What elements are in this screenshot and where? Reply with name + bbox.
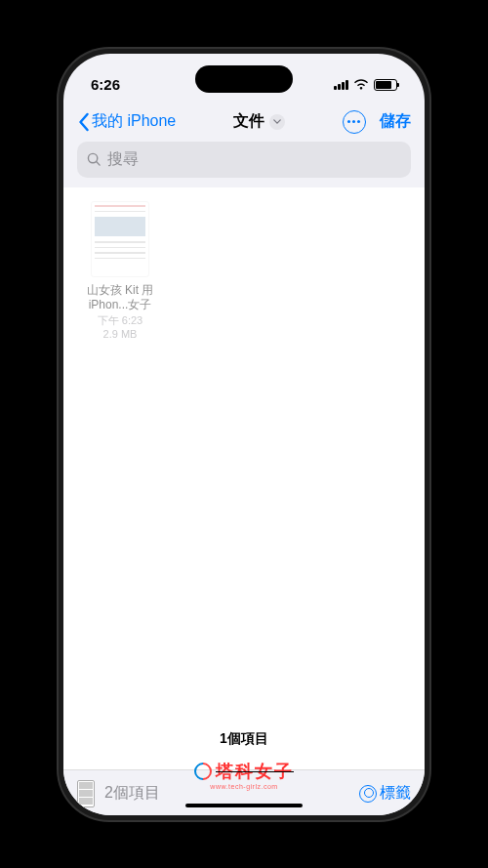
- watermark: 塔科女子 www.tech-girlz.com: [194, 760, 294, 790]
- search-container: 搜尋: [63, 142, 425, 187]
- search-icon: [87, 152, 102, 167]
- ellipsis-icon: [347, 120, 350, 123]
- tag-button[interactable]: 標籤: [359, 783, 411, 804]
- nav-title-wrap[interactable]: 文件: [233, 111, 285, 132]
- file-item[interactable]: 山女孩 Kit 用 iPhon...女子 下午 6:23 2.9 MB: [77, 201, 163, 342]
- file-size: 2.9 MB: [77, 327, 163, 341]
- phone-frame: 6:26 我的 iPhone 文件: [59, 49, 429, 820]
- wifi-icon: [353, 79, 369, 91]
- back-button[interactable]: 我的 iPhone: [77, 111, 176, 132]
- chevron-down-icon: [269, 114, 285, 130]
- back-label: 我的 iPhone: [92, 111, 176, 132]
- file-thumbnail: [91, 201, 149, 277]
- dynamic-island: [195, 65, 293, 93]
- chevron-left-icon: [77, 112, 90, 132]
- tag-icon: [359, 785, 377, 803]
- battery-icon: [374, 79, 397, 91]
- status-indicators: [334, 79, 397, 91]
- watermark-brand: 塔科女子: [216, 760, 294, 783]
- search-input[interactable]: 搜尋: [77, 142, 411, 178]
- file-time: 下午 6:23: [77, 313, 163, 327]
- phone-screen: 6:26 我的 iPhone 文件: [63, 54, 425, 815]
- navigation-bar: 我的 iPhone 文件 儲存: [63, 103, 425, 142]
- file-name-line2: iPhon...女子: [77, 298, 163, 313]
- status-time: 6:26: [91, 76, 120, 93]
- content-area[interactable]: 山女孩 Kit 用 iPhon...女子 下午 6:23 2.9 MB 1個項目: [63, 187, 425, 769]
- page-title: 文件: [233, 111, 264, 132]
- svg-line-1: [97, 161, 100, 164]
- more-button[interactable]: [343, 110, 366, 134]
- search-placeholder: 搜尋: [107, 149, 139, 170]
- watermark-logo-icon: [190, 759, 215, 783]
- item-count: 1個項目: [77, 730, 411, 756]
- save-button[interactable]: 儲存: [380, 111, 411, 132]
- file-name-line1: 山女孩 Kit 用: [77, 283, 163, 299]
- nav-actions: 儲存: [343, 110, 411, 134]
- selection-thumbnail-icon[interactable]: [77, 780, 95, 807]
- tag-label: 標籤: [380, 783, 411, 804]
- cellular-signal-icon: [334, 80, 348, 90]
- home-indicator[interactable]: [185, 804, 303, 807]
- watermark-url: www.tech-girlz.com: [194, 783, 294, 790]
